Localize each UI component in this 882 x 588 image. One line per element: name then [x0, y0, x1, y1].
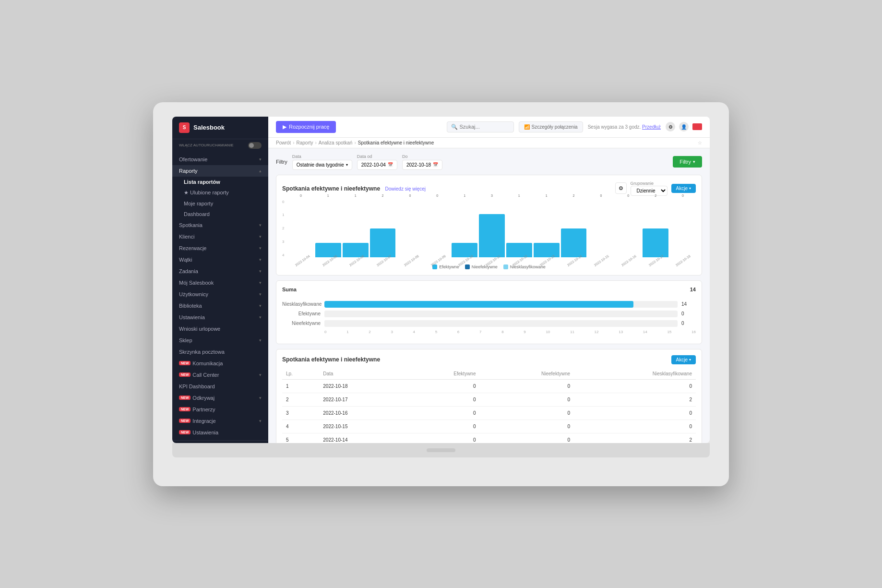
sidebar-item-uzytkownicy[interactable]: Użytkownicy ▾	[172, 288, 268, 300]
autostart-toggle[interactable]	[248, 142, 262, 149]
sidebar-item-integracje[interactable]: NEW Integracje ▾	[172, 415, 268, 427]
col-data: Data	[319, 368, 403, 380]
chart-section: Spotkania efektywne i nieefektywne Dowie…	[276, 175, 702, 276]
bar-group: 1	[506, 200, 532, 257]
sidebar-item-call-center[interactable]: NEW Call Center ▾	[172, 369, 268, 381]
sidebar-sub-lista-raportow[interactable]: Lista raportów	[172, 177, 268, 187]
user-icon[interactable]: 👤	[679, 122, 689, 132]
sidebar-item-spotkania[interactable]: Spotkania ▾	[172, 219, 268, 231]
analysis-link[interactable]: Analiza spotkań	[319, 140, 353, 145]
nieefektywne-track	[324, 320, 678, 327]
date-range-select[interactable]: Ostatnie dwa tygodnie ▾	[292, 160, 352, 170]
grouping-group: Grupowanie Dziennie	[631, 181, 667, 196]
efektywne-value: 0	[681, 311, 696, 316]
sidebar-item-rezerwacje[interactable]: Rezerwacje ▾	[172, 242, 268, 254]
bars-container: 011200131120020	[288, 200, 696, 257]
chevron-icon: ▾	[259, 246, 262, 251]
sidebar-item-raporty[interactable]: Raporty ▴	[172, 165, 268, 177]
date-range-group: Data Ostatnie dwa tygodnie ▾	[292, 154, 352, 170]
bar-group: 1	[452, 200, 477, 257]
topbar-icons: ⚙ 👤	[666, 122, 702, 132]
chevron-icon: ▾	[259, 303, 262, 308]
suma-section: Suma 14 Niesklasyfikowane 14 Efektywne	[276, 280, 702, 344]
chevron-icon: ▾	[259, 372, 262, 377]
grouping-label: Grupowanie	[631, 181, 667, 186]
sidebar-nav: Ofertowanie ▾ Raporty ▴ Lista raportów ★…	[172, 152, 268, 440]
bar-group: 2	[643, 200, 668, 257]
laptop-wrapper: S Salesbook WŁĄCZ AUTOURUCHAMIANIE Ofert…	[153, 102, 729, 486]
filter-button[interactable]: Filtry ▾	[673, 156, 702, 168]
niesklasyfikowane-color	[503, 264, 508, 269]
back-link[interactable]: Powrót	[276, 140, 291, 145]
language-flag[interactable]	[692, 123, 702, 130]
table-row: 32022-10-16000	[282, 406, 696, 420]
table-akcje-button[interactable]: Akcje ▾	[671, 355, 696, 364]
settings-icon[interactable]: ⚙	[666, 122, 675, 132]
sidebar-item-sklep[interactable]: Sklep ▾	[172, 335, 268, 346]
sidebar-item-moj-salesbook[interactable]: Mój Salesbook ▾	[172, 277, 268, 288]
reports-link[interactable]: Raporty	[296, 140, 313, 145]
chevron-icon: ▾	[259, 396, 262, 400]
horizontal-bars: Niesklasyfikowane 14 Efektywne 0	[282, 297, 696, 338]
sidebar-item-klienci[interactable]: Klienci ▾	[172, 231, 268, 242]
niesklasyfikowane-label: Niesklasyfikowane	[282, 301, 321, 307]
niesklasyfikowane-row: Niesklasyfikowane 14	[282, 301, 696, 308]
date-to-input[interactable]: 2022-10-18 📅	[402, 160, 442, 170]
chevron-icon: ▾	[259, 292, 262, 297]
sidebar-sub-moje[interactable]: Moje raporty	[172, 198, 268, 209]
sidebar-item-komunikacja[interactable]: NEW Komunikacja	[172, 358, 268, 369]
col-nieefektywne: Nieefektywne	[479, 368, 574, 380]
sidebar-sub-ulubione[interactable]: ★ Ulubione raporty	[172, 187, 268, 198]
table-row: 22022-10-17002	[282, 393, 696, 406]
bar-group: 0	[397, 200, 423, 257]
bar-chart-area: 4 3 2 1 0 011200131120020 2022-10-042022…	[282, 200, 696, 263]
breadcrumb: Powrót › Raporty › Analiza spotkań › Spo…	[268, 138, 710, 148]
sidebar-item-watki[interactable]: Wątki ▾	[172, 254, 268, 265]
efektywne-row: Efektywne 0	[282, 311, 696, 317]
sidebar-item-ofertowanie[interactable]: Ofertowanie ▾	[172, 154, 268, 165]
table-section: Spotkania efektywne i nieefektywne Akcje…	[276, 349, 702, 443]
sidebar-footer: Bieżący okres rozliczeniowy 0 dni › Prze…	[172, 440, 268, 443]
sidebar-item-zadania[interactable]: Zadania ▾	[172, 265, 268, 277]
date-to-group: Do 2022-10-18 📅	[402, 154, 442, 170]
connection-details-button[interactable]: 📶 Szczegóły połączenia	[519, 121, 583, 132]
chevron-icon: ▾	[259, 223, 262, 228]
date-from-input[interactable]: 2022-10-04 📅	[357, 160, 397, 170]
start-work-button[interactable]: ▶ Rozpocznij pracę	[276, 121, 336, 133]
sidebar-item-partnerzy[interactable]: NEW Partnerzy	[172, 404, 268, 415]
sidebar-item-kpi[interactable]: KPI Dashboard	[172, 381, 268, 392]
chevron-icon: ▾	[259, 419, 262, 423]
new-badge: NEW	[179, 396, 191, 400]
bar-group: 0	[288, 200, 314, 257]
grouping-select[interactable]: Dziennie	[631, 186, 667, 196]
niesklasyfikowane-track	[324, 301, 678, 308]
chevron-icon: ▾	[259, 280, 262, 285]
bar-group: 0	[670, 200, 696, 257]
sidebar-item-biblioteka[interactable]: Biblioteka ▾	[172, 300, 268, 312]
sidebar-item-ustawienia[interactable]: Ustawienia ▾	[172, 312, 268, 323]
laptop-chin	[172, 443, 710, 457]
play-icon: ▶	[283, 124, 286, 130]
sidebar-item-ustawienia2[interactable]: NEW Ustawienia	[172, 427, 268, 438]
sidebar-header: S Salesbook	[172, 117, 268, 139]
sidebar-item-wnioski[interactable]: Wnioski urlopowe	[172, 323, 268, 335]
bar-group: 1	[534, 200, 560, 257]
sidebar-sub-dashboard[interactable]: Dashboard	[172, 209, 268, 219]
bars-and-labels: 011200131120020 2022-10-042022-10-052022…	[288, 200, 696, 263]
sidebar-item-skrzynka[interactable]: Skrzynka pocztowa	[172, 346, 268, 358]
suma-total: 14	[690, 287, 696, 292]
chevron-icon: ▾	[259, 269, 262, 274]
chart-akcje-button[interactable]: Akcje ▾	[671, 184, 696, 193]
table-body: 12022-10-1800022022-10-1700232022-10-160…	[282, 379, 696, 443]
favorite-icon[interactable]: ☆	[698, 140, 702, 145]
sidebar-item-odkrywaj[interactable]: NEW Odkrywaj ▾	[172, 392, 268, 404]
salesbook-logo: S	[179, 122, 190, 133]
learn-more-link[interactable]: Dowiedz się więcej	[385, 186, 426, 192]
extend-session-link[interactable]: Przedłuż	[642, 124, 661, 130]
search-input[interactable]	[460, 124, 508, 130]
chevron-icon: ▴	[259, 168, 262, 173]
chart-settings-button[interactable]: ⚙	[615, 182, 627, 194]
new-badge: NEW	[179, 419, 191, 423]
calendar-icon: 📅	[388, 162, 393, 167]
col-efektywne: Efektywne	[403, 368, 480, 380]
